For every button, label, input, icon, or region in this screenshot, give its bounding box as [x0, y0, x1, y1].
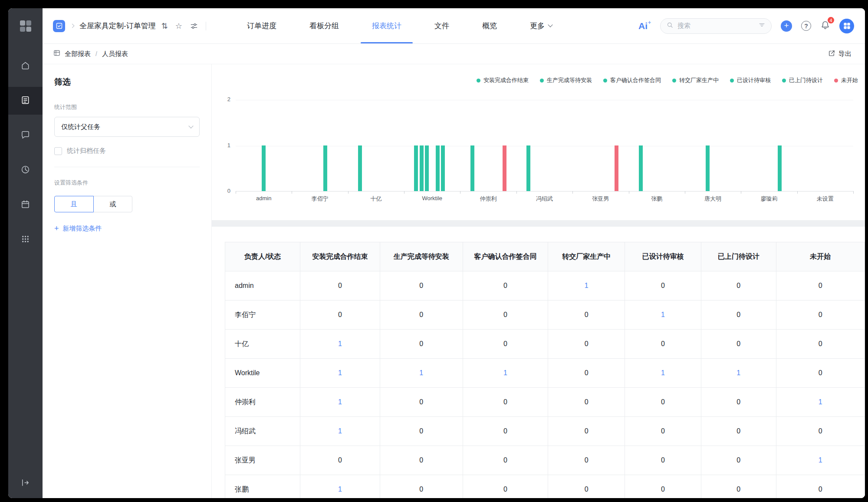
chart-bar[interactable] [414, 145, 418, 192]
sidebar-item-stats[interactable] [8, 156, 43, 184]
tab-label: 文件 [434, 21, 449, 31]
chart-bar[interactable] [441, 145, 445, 192]
legend-item[interactable]: 未开始 [834, 76, 858, 84]
cell-count-link[interactable]: 1 [380, 359, 463, 388]
chart-bar[interactable] [615, 145, 618, 192]
chart-bar[interactable] [503, 145, 506, 192]
tab-4[interactable]: 文件 [434, 8, 449, 43]
archive-checkbox-row[interactable]: 统计归档任务 [54, 147, 200, 155]
plus-icon: + [54, 225, 59, 232]
cell-count-link[interactable]: 1 [463, 359, 548, 388]
cell-count-link[interactable]: 1 [548, 271, 625, 301]
breadcrumb-all-reports[interactable]: 全部报表 [65, 50, 91, 58]
sidebar-item-projects[interactable] [8, 87, 43, 115]
chart-bar[interactable] [526, 145, 530, 192]
tab-3[interactable]: 报表统计 [372, 8, 401, 43]
cell-count: 0 [463, 301, 548, 330]
chart-bar[interactable] [470, 145, 474, 192]
cell-count-link[interactable]: 1 [300, 417, 380, 446]
legend-label: 已上门待设计 [789, 76, 823, 84]
create-button[interactable]: + [781, 20, 792, 32]
chart-bar[interactable] [706, 145, 710, 192]
axis-tick [348, 191, 349, 194]
add-filter-button[interactable]: + 新增筛选条件 [54, 225, 200, 233]
tab-1[interactable]: 订单进度 [247, 8, 276, 43]
sidebar-item-home[interactable] [8, 52, 43, 80]
cell-count: 0 [380, 475, 463, 499]
ai-assistant-button[interactable]: Ai+ [638, 21, 651, 31]
cell-count-link[interactable]: 1 [300, 388, 380, 417]
sidebar-item-messages[interactable] [8, 122, 43, 149]
project-title[interactable]: 全屋家具定制-订单管理 [79, 21, 156, 31]
legend-item[interactable]: 已设计待审核 [730, 76, 771, 84]
scope-select[interactable]: 仅统计父任务 [54, 117, 200, 137]
legend-item[interactable]: 安装完成合作结束 [477, 76, 529, 84]
chart-bar[interactable] [425, 145, 429, 192]
help-button[interactable]: ? [801, 21, 811, 31]
project-icon[interactable] [53, 20, 65, 32]
legend-item[interactable]: 客户确认合作签合同 [603, 76, 661, 84]
search-input[interactable]: 搜索 [660, 18, 772, 34]
chart-legend: 安装完成合作结束生产完成等待安装客户确认合作签合同转交厂家生产中已设计待审核已上… [477, 76, 858, 84]
legend-item[interactable]: 生产完成等待安装 [540, 76, 592, 84]
filter-panel-title: 筛选 [54, 76, 200, 88]
cell-count-link[interactable]: 1 [701, 359, 776, 388]
scope-section-label: 统计范围 [54, 103, 200, 111]
cell-count: 0 [625, 388, 701, 417]
notifications-button[interactable]: 4 [820, 20, 830, 32]
cell-count: 0 [548, 330, 625, 359]
chart-bar[interactable] [323, 145, 327, 192]
legend-label: 生产完成等待安装 [547, 76, 592, 84]
user-avatar[interactable] [839, 19, 854, 33]
cell-count-link[interactable]: 1 [300, 330, 380, 359]
cell-count-link[interactable]: 1 [625, 301, 701, 330]
cell-count: 0 [380, 417, 463, 446]
tab-5[interactable]: 概览 [482, 8, 497, 43]
x-axis-label: 未设置 [797, 195, 853, 203]
table-row: 冯绍武1000000 [225, 417, 865, 446]
chart-bar[interactable] [436, 145, 440, 192]
switch-project-icon[interactable]: ⇅ [161, 21, 168, 31]
cell-count-link[interactable]: 1 [776, 446, 865, 475]
cell-count-link[interactable]: 1 [300, 475, 380, 499]
scope-select-value: 仅统计父任务 [61, 123, 100, 131]
sidebar-item-calendar[interactable] [8, 191, 43, 219]
chart-bar[interactable] [358, 145, 362, 192]
cell-count-link[interactable]: 1 [625, 359, 701, 388]
checkbox[interactable] [54, 147, 62, 155]
x-axis-label: admin [236, 195, 292, 201]
search-filter-icon[interactable] [758, 21, 766, 30]
cell-count-link[interactable]: 1 [776, 388, 865, 417]
cell-count: 0 [463, 475, 548, 499]
chart-bar[interactable] [420, 145, 424, 192]
chart-bar[interactable] [262, 145, 266, 192]
star-icon[interactable]: ☆ [175, 21, 182, 31]
x-axis-label: 廖璇莉 [741, 195, 797, 203]
cell-count-link[interactable]: 1 [300, 359, 380, 388]
cell-count: 0 [548, 359, 625, 388]
legend-item[interactable]: 转交厂家生产中 [672, 76, 719, 84]
and-toggle[interactable]: 且 [54, 196, 94, 212]
nav-tabs: 订单进度看板分组报表统计文件概览更多 [247, 8, 552, 43]
or-toggle[interactable]: 或 [93, 196, 133, 212]
sidebar-collapse-button[interactable] [8, 478, 43, 489]
tab-6[interactable]: 更多 [530, 8, 552, 43]
sidebar-item-apps[interactable] [8, 226, 43, 254]
row-owner-name: admin [225, 271, 300, 301]
app-logo-icon[interactable] [18, 19, 33, 35]
logic-toggle-group: 且 或 [54, 196, 132, 212]
cell-count: 0 [380, 446, 463, 475]
legend-label: 未开始 [841, 76, 858, 84]
tab-2[interactable]: 看板分组 [309, 8, 339, 43]
chart-bar[interactable] [778, 145, 782, 192]
chart-bar[interactable] [639, 145, 643, 192]
view-settings-icon[interactable] [190, 22, 198, 30]
legend-dot [834, 79, 838, 83]
cell-count: 0 [380, 301, 463, 330]
cell-count: 0 [548, 475, 625, 499]
legend-item[interactable]: 已上门待设计 [782, 76, 823, 84]
export-button[interactable]: 导出 [828, 50, 852, 59]
legend-dot [782, 79, 786, 83]
chat-bubble-icon [20, 130, 30, 142]
x-axis-label: Worktile [404, 195, 460, 201]
